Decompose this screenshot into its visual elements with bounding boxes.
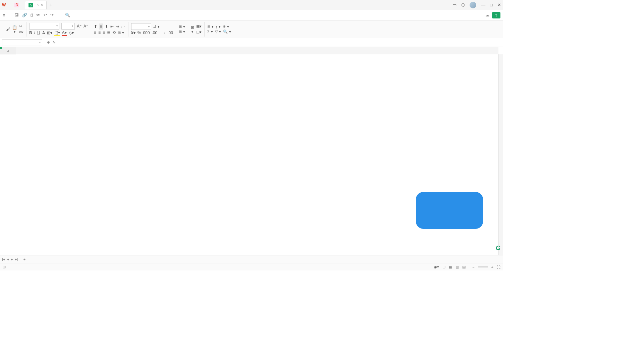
decrease-font-icon[interactable]: A⁻ [84,24,88,29]
status-mode-icon[interactable]: ⊞ [3,265,6,269]
fill-button[interactable]: ⊞ ▾ [207,24,214,29]
conditional-format-label: ▾ [191,30,194,34]
align-top-icon[interactable]: ⬆ [94,24,97,29]
tab-close-icon[interactable]: × [41,3,43,7]
new-tab-button[interactable]: + [49,2,52,8]
align-center-icon[interactable]: ≡ [98,30,101,35]
sheet-next-icon[interactable]: ▸ [11,257,13,261]
print-icon[interactable]: ⎙ [31,13,33,17]
tab-comment-icon[interactable]: ○ [37,3,39,7]
vertical-scrollbar[interactable] [498,54,503,255]
freeze-button[interactable]: ❄ ▾ [223,24,229,29]
view-eye-icon[interactable]: ◉▾ [434,265,439,269]
find-button[interactable]: 🔍 ▾ [223,30,231,34]
convert-button[interactable]: ⇄ ▾ [153,24,160,29]
increase-font-icon[interactable]: A⁺ [77,24,82,29]
orientation-icon[interactable]: ⟲ [112,30,116,35]
link-icon[interactable]: 🔗 [22,13,27,17]
indent-increase-icon[interactable]: ⇥ [116,24,119,29]
formula-bar: ▾ ⊕ fx [0,38,503,47]
view-page-icon[interactable]: ▥ [455,265,459,269]
align-right-icon[interactable]: ≡ [103,30,105,35]
app-brand: W [2,3,7,7]
menu-right: ☁ ⇪ [485,12,500,18]
window-layout-icon[interactable]: ▭ [452,2,457,7]
underline-icon[interactable]: U [37,31,40,35]
cloud-sync-icon[interactable]: ☁ [485,13,489,17]
align-left-icon[interactable]: ≡ [94,30,96,35]
undo-icon[interactable]: ↶ [44,13,47,17]
minimize-icon[interactable]: — [481,2,485,7]
increase-decimal-icon[interactable]: .00→ [152,31,161,35]
search-icon[interactable]: 🔍 [65,13,70,17]
number-format-select[interactable]: ▾ [131,23,151,30]
copy-icon[interactable]: ⧉▾ [19,30,23,34]
close-window-icon[interactable]: ✕ [497,2,501,7]
fullscreen-icon[interactable]: ⛶ [497,265,500,269]
comma-icon[interactable]: 000 [143,31,150,35]
view-grid-icon[interactable]: ⊞ [442,265,445,269]
status-right: ◉▾ ⊞ ▦ ▥ ▤ − + ⛶ [434,265,500,269]
paste-icon[interactable]: 📋 [12,25,17,30]
fill-color-icon[interactable]: ⬚▾ [54,30,60,36]
print-preview-icon[interactable]: 👁 [36,13,40,17]
filter-button[interactable]: ▽ ▾ [215,30,221,34]
redo-icon[interactable]: ↷ [50,13,54,17]
wrap-text-button[interactable]: ⮐ [121,24,125,29]
ribbon: 🖌 📋 ▾ ✂ ⧉▾ ▾ ▾ A⁺ A⁻ B I U A̶ ⊞▾ ⬚▾ [0,20,503,38]
align-justify-icon[interactable]: ≣ [107,30,110,35]
sheet-last-icon[interactable]: ▸| [15,257,18,261]
currency-icon[interactable]: ¥▾ [131,31,136,35]
sheet-first-icon[interactable]: |◂ [2,257,5,261]
worksheet-button[interactable]: ⊞ ▾ [179,30,185,34]
strikethrough-icon[interactable]: A̶ [42,31,45,35]
zoom-in-icon[interactable]: + [491,265,493,269]
indent-decrease-icon[interactable]: ⇤ [110,24,114,29]
sum-button[interactable]: Σ ▾ [207,30,213,34]
save-icon[interactable]: 🖫 [15,13,19,17]
watermark-tag-badge [416,192,483,229]
merge-button[interactable]: ⊞ ▾ [118,31,124,35]
conditional-format-icon[interactable]: ⊞ [191,25,194,30]
align-middle-icon[interactable]: ≡ [99,23,103,30]
zoom-out-icon[interactable]: − [472,265,474,269]
doc-tab-product[interactable]: S ○ × [25,1,47,9]
view-pagebreak-icon[interactable]: ▤ [462,265,466,269]
sort-button[interactable]: ↕ ▾ [216,24,221,29]
cut-icon[interactable]: ✂ [19,24,23,29]
title-bar-right: ▭ ⬡ — □ ✕ [452,2,501,8]
add-sheet-button[interactable]: + [23,257,25,261]
bold-icon[interactable]: B [29,31,32,35]
italic-icon[interactable]: I [34,31,35,35]
share-icon: ⇪ [495,13,498,17]
name-box[interactable]: ▾ [2,39,42,46]
column-headers [16,47,498,54]
font-size-select[interactable]: ▾ [61,23,75,30]
table-style-icon[interactable]: ▦▾ [196,24,202,29]
view-normal-icon[interactable]: ▦ [449,265,452,269]
maximize-icon[interactable]: □ [490,2,493,7]
zoom-slider[interactable] [478,266,488,267]
sheet-prev-icon[interactable]: ◂ [7,257,9,261]
clear-format-icon[interactable]: ◇▾ [69,31,74,35]
chevron-down-icon: ▾ [148,25,150,28]
cell-style-icon[interactable]: ▢▾ [196,30,202,34]
fx-icon[interactable]: fx [53,41,56,45]
align-bottom-icon[interactable]: ⬇ [105,24,108,29]
hamburger-icon[interactable]: ≡ [3,13,5,18]
font-color-icon[interactable]: A▾ [62,30,67,36]
percent-icon[interactable]: % [138,31,141,35]
font-name-select[interactable]: ▾ [29,23,59,30]
decrease-decimal-icon[interactable]: ←.00 [163,31,173,35]
user-avatar[interactable] [470,2,476,8]
share-button[interactable]: ⇪ [492,12,500,18]
spreadsheet-icon: S [29,3,33,7]
select-all-corner[interactable]: ◢ [0,47,16,54]
expand-fx-icon[interactable]: ⊕ [47,40,50,45]
font-group: ▾ ▾ A⁺ A⁻ B I U A̶ ⊞▾ ⬚▾ A▾ ◇▾ [26,22,91,37]
doc-tab-template[interactable]: D [11,1,24,9]
cube-icon[interactable]: ⬡ [461,2,465,7]
rowcol-button[interactable]: ⊞ ▾ [179,24,185,29]
format-painter-icon[interactable]: 🖌 [6,27,10,32]
border-icon[interactable]: ⊞▾ [47,31,52,35]
